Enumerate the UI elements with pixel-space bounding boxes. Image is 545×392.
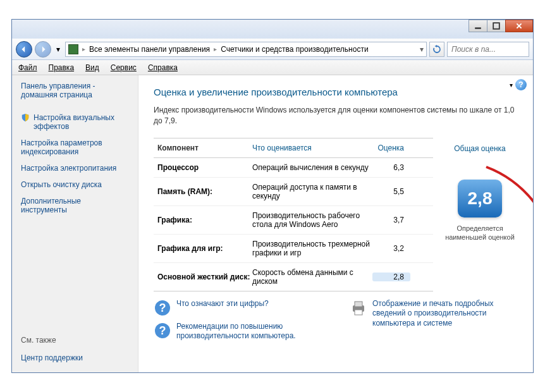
menu-service[interactable]: Сервис xyxy=(111,63,137,72)
content-dropdown-icon[interactable]: ▾ xyxy=(510,82,513,89)
minimize-button[interactable] xyxy=(468,20,487,32)
scores-table: Компонент Что оценивается Оценка Процесс… xyxy=(154,138,433,291)
shield-icon xyxy=(21,113,30,122)
chevron-right-icon: ▸ xyxy=(214,46,217,52)
svg-rect-7 xyxy=(355,302,362,307)
sidebar-home-link[interactable]: Панель управления - домашняя страница xyxy=(21,82,129,99)
link-what-numbers-mean[interactable]: Что означают эти цифры? xyxy=(176,299,269,309)
col-desc: Что оценивается xyxy=(252,144,372,152)
col-component: Компонент xyxy=(157,144,252,152)
forward-button[interactable] xyxy=(35,41,51,58)
sidebar-item-support[interactable]: Центр поддержки xyxy=(21,353,129,362)
link-print-details[interactable]: Отображение и печать подробных сведений … xyxy=(372,299,518,329)
content: ▾ ? Оценка и увеличение производительнос… xyxy=(138,75,533,372)
back-button[interactable] xyxy=(16,41,32,58)
total-score-box: Общая оценка 2,8 Определяется наименьшей… xyxy=(442,138,518,291)
breadcrumb-root[interactable]: Все элементы панели управления xyxy=(89,45,210,54)
table-row: Память (RAM):Операций доступа к памяти в… xyxy=(154,178,433,206)
menu-file[interactable]: Файл xyxy=(18,63,37,72)
control-panel-icon xyxy=(68,44,78,54)
table-row: Графика для игр:Производительность трехм… xyxy=(154,235,433,263)
svg-rect-1 xyxy=(493,23,499,29)
sidebar: Панель управления - домашняя страница На… xyxy=(12,75,138,372)
sidebar-item-power[interactable]: Настройка электропитания xyxy=(21,164,129,173)
printer-icon xyxy=(350,299,367,317)
page-description: Индекс производительности Windows исполь… xyxy=(154,105,518,126)
address-bar[interactable]: ▸ Все элементы панели управления ▸ Счетч… xyxy=(65,42,427,57)
table-row: ПроцессорОпераций вычисления в секунду6,… xyxy=(154,158,433,178)
sidebar-item-advanced-tools[interactable]: Дополнительные инструменты xyxy=(21,197,129,214)
maximize-button[interactable] xyxy=(487,20,506,32)
svg-rect-8 xyxy=(355,310,362,315)
chevron-right-icon: ▸ xyxy=(82,46,85,52)
col-score: Оценка xyxy=(372,144,410,152)
svg-text:?: ? xyxy=(159,324,166,337)
total-score-caption: Определяется наименьшей оценкой xyxy=(442,224,518,242)
sidebar-item-indexing[interactable]: Настройка параметров индексирования xyxy=(21,138,129,156)
total-score-badge: 2,8 xyxy=(458,180,502,217)
help-icon[interactable]: ? xyxy=(515,79,527,90)
table-row: Основной жесткий диск:Скорость обмена да… xyxy=(154,263,433,291)
menu-edit[interactable]: Правка xyxy=(49,63,75,72)
menubar: Файл Правка Вид Сервис Справка xyxy=(12,60,533,75)
total-score-header: Общая оценка xyxy=(442,144,518,153)
question-icon: ? xyxy=(154,299,171,317)
close-button[interactable] xyxy=(505,20,533,32)
question-icon: ? xyxy=(154,322,171,340)
titlebar xyxy=(12,20,533,39)
search-input[interactable] xyxy=(447,42,529,57)
table-row: Графика:Производительность рабочего стол… xyxy=(154,206,433,235)
link-recommendations[interactable]: Рекомендации по повышению производительн… xyxy=(176,322,322,341)
sidebar-item-visual-effects[interactable]: Настройка визуальных эффектов xyxy=(21,113,129,131)
svg-rect-0 xyxy=(475,27,481,28)
navbar: ▾ ▸ Все элементы панели управления ▸ Сче… xyxy=(12,39,533,60)
menu-view[interactable]: Вид xyxy=(85,63,99,72)
svg-text:?: ? xyxy=(159,302,166,314)
nav-history-dropdown[interactable]: ▾ xyxy=(54,43,63,56)
window: ▾ ▸ Все элементы панели управления ▸ Сче… xyxy=(11,19,534,373)
sidebar-item-disk-cleanup[interactable]: Открыть очистку диска xyxy=(21,180,129,189)
page-title: Оценка и увеличение производительности к… xyxy=(154,87,518,97)
seealso-label: См. также xyxy=(21,336,129,345)
menu-help[interactable]: Справка xyxy=(148,63,178,72)
breadcrumb-current[interactable]: Счетчики и средства производительности xyxy=(221,45,368,54)
address-dropdown-icon[interactable]: ▾ xyxy=(420,45,424,54)
refresh-button[interactable] xyxy=(429,42,444,57)
